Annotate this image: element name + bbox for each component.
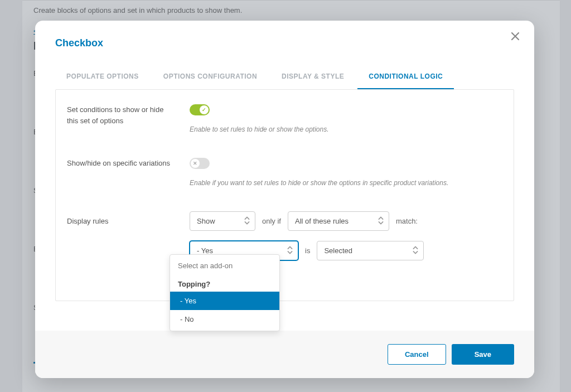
row-variations-toggle: Show/hide on specific variations ✕ Enabl… xyxy=(67,158,502,187)
modal-tabs: POPULATE OPTIONS OPTIONS CONFIGURATION D… xyxy=(55,67,514,89)
addon-select-value: - Yes xyxy=(197,246,213,255)
modal-footer: Cancel Save xyxy=(35,331,534,378)
state-select-value: Selected xyxy=(324,246,352,255)
chevron-updown-icon xyxy=(378,216,384,227)
conditional-logic-panel: Set conditions to show or hide this set … xyxy=(55,89,514,301)
variations-helper: Enable if you want to set rules to hide … xyxy=(190,179,502,187)
chevron-updown-icon xyxy=(412,245,419,257)
dropdown-group-label: Topping? xyxy=(170,275,279,292)
close-button[interactable] xyxy=(511,32,522,43)
state-select[interactable]: Selected xyxy=(317,241,424,260)
chevron-updown-icon xyxy=(244,216,250,227)
variations-toggle[interactable]: ✕ xyxy=(190,158,210,169)
dropdown-option-no[interactable]: - No xyxy=(170,310,279,328)
modal-title: Checkbox xyxy=(55,37,514,49)
dropdown-option-yes[interactable]: - Yes xyxy=(170,292,279,310)
x-icon: ✕ xyxy=(191,159,200,168)
match-mode-select[interactable]: All of these rules xyxy=(288,211,389,231)
cancel-button[interactable]: Cancel xyxy=(388,344,446,365)
tab-display-style[interactable]: DISPLAY & STYLE xyxy=(282,67,344,89)
display-rules-label: Display rules xyxy=(67,216,190,227)
only-if-text: only if xyxy=(262,217,281,225)
tab-options-configuration[interactable]: OPTIONS CONFIGURATION xyxy=(163,67,257,89)
dropdown-placeholder: Select an add-on xyxy=(170,255,279,275)
action-select[interactable]: Show xyxy=(190,211,255,231)
save-button[interactable]: Save xyxy=(452,344,514,365)
modal-body: Set conditions to show or hide this set … xyxy=(35,89,534,331)
tab-conditional-logic[interactable]: CONDITIONAL LOGIC xyxy=(369,67,443,89)
match-mode-value: All of these rules xyxy=(295,217,349,225)
conditions-helper: Enable to set rules to hide or show the … xyxy=(190,125,502,133)
row-display-rules: Display rules Show only if All of these … xyxy=(67,211,502,231)
modal-header: Checkbox POPULATE OPTIONS OPTIONS CONFIG… xyxy=(35,21,534,89)
chevron-updown-icon xyxy=(287,245,293,257)
close-icon xyxy=(511,32,520,41)
modal-dialog: Checkbox POPULATE OPTIONS OPTIONS CONFIG… xyxy=(35,21,534,378)
conditions-label: Set conditions to show or hide this set … xyxy=(67,104,190,126)
is-text: is xyxy=(305,246,310,255)
conditions-toggle[interactable]: ✓ xyxy=(190,104,210,115)
row-conditions-toggle: Set conditions to show or hide this set … xyxy=(67,104,502,133)
addon-dropdown: Select an add-on Topping? - Yes - No xyxy=(170,254,280,331)
variations-label: Show/hide on specific variations xyxy=(67,158,190,169)
check-icon: ✓ xyxy=(200,105,209,114)
match-suffix-text: match: xyxy=(396,217,418,225)
action-select-value: Show xyxy=(197,217,215,225)
tab-populate-options[interactable]: POPULATE OPTIONS xyxy=(66,67,139,89)
